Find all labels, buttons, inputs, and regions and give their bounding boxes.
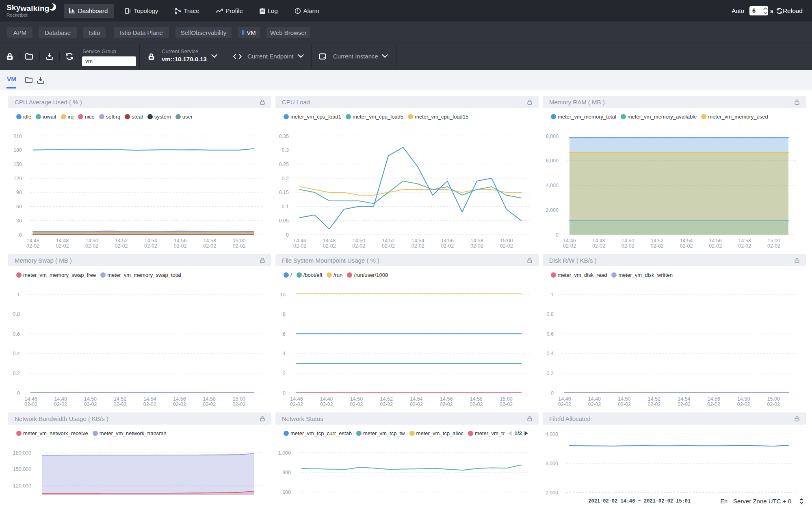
svg-text:210: 210 [13,134,22,139]
svg-text:14:48: 14:48 [54,396,67,402]
svg-text:0.2: 0.2 [13,371,20,376]
svg-text:02-02: 02-02 [203,401,216,407]
svg-text:14:56: 14:56 [173,396,186,402]
svg-text:0: 0 [286,232,289,238]
svg-text:14:46: 14:46 [24,396,37,402]
svg-text:14:56: 14:56 [441,238,454,244]
svg-text:14:52: 14:52 [380,396,393,402]
svg-text:120: 120 [13,176,22,181]
svg-text:15:00: 15:00 [233,238,245,244]
svg-text:0: 0 [19,232,22,238]
svg-text:02-02: 02-02 [737,401,750,407]
svg-text:0.2: 0.2 [547,371,554,376]
svg-text:0.1: 0.1 [282,204,289,209]
svg-text:0.35: 0.35 [279,134,289,139]
svg-text:02-02: 02-02 [26,243,39,249]
svg-text:6: 6 [283,331,286,337]
svg-text:02-02: 02-02 [707,401,720,407]
svg-text:02-02: 02-02 [767,401,780,407]
svg-text:14:54: 14:54 [143,396,156,402]
svg-text:14:56: 14:56 [709,238,722,244]
svg-text:02-02: 02-02 [651,243,664,249]
svg-text:14:46: 14:46 [563,238,576,244]
svg-text:02-02: 02-02 [411,243,424,249]
svg-text:14:46: 14:46 [290,396,303,402]
svg-text:02-02: 02-02 [380,401,393,407]
svg-text:14:52: 14:52 [114,396,126,402]
svg-text:1,000: 1,000 [278,450,291,456]
svg-text:0: 0 [551,390,554,396]
svg-text:02-02: 02-02 [54,401,67,407]
svg-text:14:56: 14:56 [440,396,453,402]
svg-text:15:00: 15:00 [767,396,780,402]
svg-text:90: 90 [16,190,22,195]
svg-text:14:50: 14:50 [85,238,98,244]
svg-text:14:50: 14:50 [618,396,630,402]
svg-text:14:50: 14:50 [353,238,365,244]
svg-text:150: 150 [13,162,22,167]
svg-text:2,000: 2,000 [546,207,559,213]
svg-text:14:58: 14:58 [738,238,751,244]
svg-text:14:50: 14:50 [350,396,363,402]
svg-text:02-02: 02-02 [203,243,216,249]
svg-text:4,000: 4,000 [546,431,558,437]
svg-text:14:58: 14:58 [470,396,483,402]
svg-text:02-02: 02-02 [709,243,722,249]
svg-text:14:56: 14:56 [174,238,186,244]
svg-text:14:58: 14:58 [204,238,216,244]
svg-text:14:52: 14:52 [382,238,394,244]
svg-text:02-02: 02-02 [382,243,395,249]
svg-text:0: 0 [283,390,286,396]
svg-text:14:50: 14:50 [621,238,634,244]
svg-text:14:56: 14:56 [708,396,720,402]
svg-text:02-02: 02-02 [144,243,157,249]
svg-text:02-02: 02-02 [232,401,245,407]
svg-text:14:52: 14:52 [651,238,663,244]
svg-text:14:46: 14:46 [558,396,571,402]
svg-text:1: 1 [17,292,20,298]
svg-text:0.05: 0.05 [279,218,289,224]
svg-text:150,000: 150,000 [13,466,31,472]
svg-text:02-02: 02-02 [85,243,98,249]
svg-text:02-02: 02-02 [143,401,156,407]
svg-text:0.6: 0.6 [547,331,554,337]
svg-text:8,000: 8,000 [546,134,559,139]
svg-text:4,000: 4,000 [546,183,559,188]
svg-text:15:00: 15:00 [233,396,245,402]
svg-text:02-02: 02-02 [558,401,571,407]
svg-text:14:52: 14:52 [648,396,660,402]
svg-text:8: 8 [283,311,286,317]
svg-text:02-02: 02-02 [24,401,37,407]
svg-text:02-02: 02-02 [647,401,660,407]
svg-text:02-02: 02-02 [500,243,513,249]
svg-text:3,000: 3,000 [546,461,558,466]
svg-text:14:54: 14:54 [144,238,157,244]
svg-text:14:58: 14:58 [203,396,216,402]
svg-text:02-02: 02-02 [470,401,483,407]
svg-text:0.25: 0.25 [279,162,289,167]
svg-text:02-02: 02-02 [500,401,513,407]
svg-text:60: 60 [16,204,22,209]
svg-text:02-02: 02-02 [320,401,333,407]
svg-text:02-02: 02-02 [738,243,751,249]
svg-text:1: 1 [551,292,554,298]
svg-text:14:52: 14:52 [115,238,128,244]
svg-text:0.4: 0.4 [547,351,554,356]
svg-text:0: 0 [17,390,20,396]
svg-text:02-02: 02-02 [56,243,69,249]
svg-text:02-02: 02-02 [352,243,365,249]
svg-text:02-02: 02-02 [114,401,127,407]
svg-text:02-02: 02-02 [410,401,423,407]
svg-text:0.6: 0.6 [13,331,20,337]
svg-text:14:48: 14:48 [56,238,69,244]
svg-text:4: 4 [283,351,286,356]
svg-text:02-02: 02-02 [767,243,780,249]
svg-text:02-02: 02-02 [233,243,246,249]
svg-text:02-02: 02-02 [588,401,601,407]
svg-text:600: 600 [282,490,291,495]
svg-text:02-02: 02-02 [470,243,483,249]
svg-text:02-02: 02-02 [84,401,97,407]
svg-text:15:00: 15:00 [500,396,512,402]
svg-text:0.4: 0.4 [13,351,20,356]
svg-text:0.8: 0.8 [547,311,554,317]
